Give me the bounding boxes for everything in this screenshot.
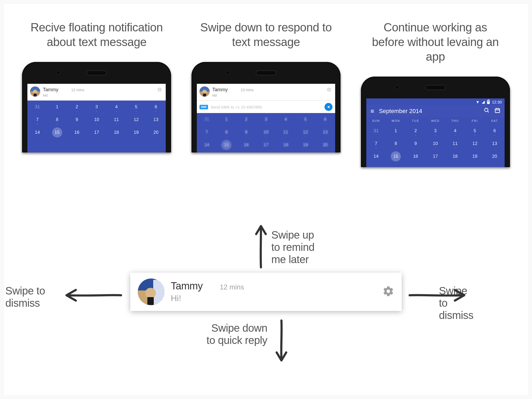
calendar-day[interactable]: 18 [106, 126, 126, 139]
svg-rect-10 [495, 109, 500, 113]
calendar-day[interactable]: 2 [67, 101, 87, 113]
avatar [138, 279, 164, 305]
calendar-day[interactable]: 1 [217, 113, 236, 126]
calendar-day[interactable]: 7 [197, 126, 217, 139]
calendar-day[interactable]: 11 [445, 137, 465, 150]
calendar-day[interactable]: 14 [27, 126, 47, 139]
calendar-day[interactable]: 14 [197, 139, 217, 151]
gear-icon[interactable] [383, 285, 394, 298]
calendar-day[interactable]: 15 [386, 150, 406, 163]
calendar-day[interactable]: 16 [67, 126, 87, 139]
calendar-day[interactable]: 6 [315, 113, 335, 126]
calendar-day[interactable]: 7 [366, 137, 386, 150]
calendar-day[interactable]: 10 [426, 137, 445, 150]
calendar-day[interactable]: 5 [465, 124, 485, 137]
message-body: Hi! [43, 93, 155, 98]
calendar-day[interactable]: 18 [445, 150, 465, 163]
calendar-day[interactable]: 6 [146, 101, 166, 113]
calendar-header: ≡ September 2014 [366, 105, 505, 118]
calendar-day[interactable]: 8 [217, 126, 236, 139]
gear-icon[interactable]: ⚙ [157, 86, 162, 93]
calendar-day[interactable]: 17 [426, 150, 445, 163]
hint-swipe-up: Swipe upto remindme later [271, 229, 314, 265]
calendar-day[interactable]: 4 [106, 101, 126, 113]
calendar-day[interactable]: 13 [315, 126, 335, 139]
calendar-day[interactable]: 3 [87, 101, 106, 113]
search-icon[interactable] [484, 107, 490, 115]
calendar-day[interactable]: 31 [27, 101, 47, 113]
reply-input[interactable]: Send SMS to +1 23 4567890 [211, 105, 322, 109]
calendar-day[interactable]: 9 [236, 126, 256, 139]
caption-1: Recive floating notification about text … [27, 20, 166, 49]
calendar-day[interactable]: 1 [47, 101, 67, 113]
calendar-day[interactable]: 10 [87, 113, 106, 126]
today-icon[interactable] [494, 107, 500, 115]
calendar-day[interactable]: 20 [315, 139, 335, 151]
calendar-day[interactable]: 5 [296, 113, 315, 126]
calendar-day[interactable]: 6 [485, 124, 504, 137]
calendar-day[interactable]: 17 [87, 126, 106, 139]
calendar-day[interactable]: 12 [126, 113, 146, 126]
calendar-day[interactable]: 11 [276, 126, 296, 139]
month-label[interactable]: September 2014 [379, 108, 422, 115]
svg-line-9 [487, 111, 489, 113]
calendar-day[interactable]: 3 [426, 124, 445, 137]
calendar-grid[interactable]: SUNMONTUEWEDTHUFRISAT3112345678910111213… [366, 118, 505, 163]
calendar-day[interactable]: 15 [47, 126, 67, 139]
floating-notification[interactable]: Tammy 12 mins Hi! ⚙ [27, 84, 166, 101]
calendar-day[interactable]: 19 [296, 139, 315, 151]
calendar-day[interactable]: 31 [197, 113, 217, 126]
calendar-day[interactable]: 18 [276, 139, 296, 151]
phone-mockup-2: Tammy 13 mins Hi! ⚙ SMS Send SMS to +1 2… [192, 62, 340, 152]
calendar-day[interactable]: 20 [485, 150, 504, 163]
floating-notification-large[interactable]: Tammy 12 mins Hi! [130, 273, 402, 311]
calendar-day[interactable]: 20 [146, 126, 166, 139]
calendar-day[interactable]: 31 [366, 124, 386, 137]
calendar-day[interactable]: 8 [386, 137, 406, 150]
sms-badge: SMS [200, 105, 208, 109]
send-button[interactable] [325, 103, 332, 111]
calendar-day[interactable]: 4 [276, 113, 296, 126]
calendar-day[interactable]: 17 [256, 139, 276, 151]
calendar-day[interactable]: 9 [406, 137, 425, 150]
svg-rect-3 [34, 94, 37, 97]
calendar-day[interactable]: 16 [236, 139, 256, 151]
gear-icon[interactable]: ⚙ [327, 86, 331, 93]
status-clock: 12:30 [492, 100, 502, 104]
calendar-day[interactable]: 4 [445, 124, 465, 137]
calendar-day[interactable]: 14 [366, 150, 386, 163]
notification-time: 12 mins [71, 88, 84, 92]
hint-swipe-left: Swipe todismiss [5, 285, 45, 309]
calendar-day[interactable]: 13 [146, 113, 166, 126]
sender-name: Tammy [171, 280, 203, 292]
calendar-day[interactable]: 9 [67, 113, 87, 126]
calendar-day[interactable]: 11 [106, 113, 126, 126]
calendar-day[interactable]: 19 [465, 150, 485, 163]
calendar-day[interactable]: 1 [386, 124, 406, 137]
dow-label: SUN [366, 118, 386, 124]
dow-label: WED [426, 118, 445, 124]
calendar-day[interactable]: 5 [126, 101, 146, 113]
calendar-day[interactable]: 2 [236, 113, 256, 126]
calendar-day[interactable]: 3 [256, 113, 276, 126]
signal-icon: ◢ [482, 99, 485, 104]
calendar-day[interactable]: 19 [126, 126, 146, 139]
arrow-down-icon [273, 319, 289, 362]
calendar-day[interactable]: 2 [406, 124, 425, 137]
dow-label: SAT [485, 118, 504, 124]
phone-mockup-1: Tammy 12 mins Hi! ⚙ 31123456789101112131… [22, 62, 171, 152]
svg-point-17 [145, 288, 156, 298]
dow-label: THU [445, 118, 465, 124]
floating-notification[interactable]: Tammy 13 mins Hi! ⚙ [197, 84, 335, 101]
calendar-day[interactable]: 12 [465, 137, 485, 150]
calendar-day[interactable]: 16 [406, 150, 425, 163]
calendar-day[interactable]: 7 [27, 113, 47, 126]
phone-mockup-3: ▼ ◢ 12:30 ≡ September 2014 [361, 77, 510, 167]
calendar-day[interactable]: 12 [296, 126, 315, 139]
calendar-day[interactable]: 10 [256, 126, 276, 139]
hamburger-icon[interactable]: ≡ [371, 107, 374, 115]
avatar [200, 86, 210, 97]
calendar-day[interactable]: 13 [485, 137, 504, 150]
calendar-day[interactable]: 8 [47, 113, 67, 126]
calendar-day[interactable]: 15 [217, 139, 236, 151]
